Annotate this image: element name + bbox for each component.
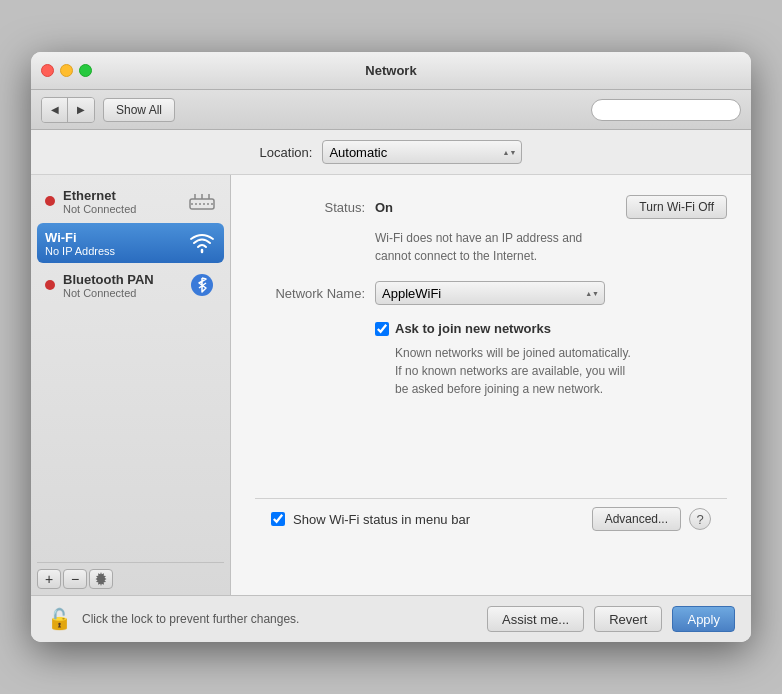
traffic-lights bbox=[41, 64, 92, 77]
add-network-button[interactable]: + bbox=[37, 569, 61, 589]
wifi-status: No IP Address bbox=[45, 245, 180, 257]
network-name-label: Network Name: bbox=[255, 286, 365, 301]
bluetooth-name: Bluetooth PAN bbox=[63, 272, 180, 287]
show-all-button[interactable]: Show All bbox=[103, 98, 175, 122]
network-window: Network ◀ ▶ Show All Location: Automatic… bbox=[31, 52, 751, 642]
bluetooth-icon-shape bbox=[191, 274, 213, 296]
sidebar-item-bluetooth[interactable]: Bluetooth PAN Not Connected bbox=[37, 265, 224, 305]
bluetooth-status: Not Connected bbox=[63, 287, 180, 299]
forward-button[interactable]: ▶ bbox=[68, 98, 94, 122]
network-name-row: Network Name: AppleWiFi bbox=[255, 281, 727, 305]
svg-rect-0 bbox=[190, 199, 214, 209]
location-label: Location: bbox=[260, 145, 313, 160]
network-name-select[interactable]: AppleWiFi bbox=[375, 281, 605, 305]
ask-join-label: Ask to join new networks bbox=[395, 321, 551, 336]
toolbar: ◀ ▶ Show All bbox=[31, 90, 751, 130]
location-select[interactable]: Automatic Edit Locations... bbox=[322, 140, 522, 164]
advanced-button[interactable]: Advanced... bbox=[592, 507, 681, 531]
revert-button[interactable]: Revert bbox=[594, 606, 662, 632]
search-input[interactable] bbox=[591, 99, 741, 121]
maximize-button[interactable] bbox=[79, 64, 92, 77]
location-bar: Location: Automatic Edit Locations... bbox=[31, 130, 751, 175]
back-button[interactable]: ◀ bbox=[42, 98, 68, 122]
lock-text: Click the lock to prevent further change… bbox=[82, 612, 477, 626]
apply-button[interactable]: Apply bbox=[672, 606, 735, 632]
bluetooth-icon bbox=[188, 271, 216, 299]
ask-join-checkbox[interactable] bbox=[375, 322, 389, 336]
ask-join-row: Ask to join new networks bbox=[375, 321, 727, 336]
ethernet-status-dot bbox=[45, 196, 55, 206]
network-sidebar: Ethernet Not Connected bbox=[31, 175, 231, 595]
wifi-icon bbox=[188, 229, 216, 257]
network-name-select-wrapper: AppleWiFi bbox=[375, 281, 605, 305]
remove-network-button[interactable]: − bbox=[63, 569, 87, 589]
bluetooth-info: Bluetooth PAN Not Connected bbox=[63, 272, 180, 299]
minimize-button[interactable] bbox=[60, 64, 73, 77]
show-wifi-label: Show Wi-Fi status in menu bar bbox=[293, 512, 584, 527]
content-area: Location: Automatic Edit Locations... Et… bbox=[31, 130, 751, 642]
help-button[interactable]: ? bbox=[689, 508, 711, 530]
bluetooth-status-dot bbox=[45, 280, 55, 290]
window-title: Network bbox=[365, 63, 416, 78]
titlebar: Network bbox=[31, 52, 751, 90]
show-wifi-checkbox[interactable] bbox=[271, 512, 285, 526]
status-label: Status: bbox=[255, 200, 365, 215]
network-gear-button[interactable] bbox=[89, 569, 113, 589]
ethernet-info: Ethernet Not Connected bbox=[63, 188, 180, 215]
show-wifi-row: Show Wi-Fi status in menu bar Advanced..… bbox=[255, 498, 727, 539]
status-description: Wi-Fi does not have an IP address andcan… bbox=[375, 229, 727, 265]
close-button[interactable] bbox=[41, 64, 54, 77]
ethernet-icon bbox=[188, 187, 216, 215]
location-select-wrapper: Automatic Edit Locations... bbox=[322, 140, 522, 164]
detail-panel: Status: On Turn Wi-Fi Off Wi-Fi does not… bbox=[231, 175, 751, 595]
ethernet-name: Ethernet bbox=[63, 188, 180, 203]
sidebar-item-wifi[interactable]: Wi-Fi No IP Address bbox=[37, 223, 224, 263]
ethernet-status: Not Connected bbox=[63, 203, 180, 215]
sidebar-item-ethernet[interactable]: Ethernet Not Connected bbox=[37, 181, 224, 221]
lock-icon[interactable]: 🔓 bbox=[47, 607, 72, 631]
bottom-bar: 🔓 Click the lock to prevent further chan… bbox=[31, 595, 751, 642]
turn-wifi-off-button[interactable]: Turn Wi-Fi Off bbox=[626, 195, 727, 219]
assist-me-button[interactable]: Assist me... bbox=[487, 606, 584, 632]
status-value: On bbox=[375, 200, 616, 215]
wifi-name: Wi-Fi bbox=[45, 230, 180, 245]
ask-join-description: Known networks will be joined automatica… bbox=[395, 344, 727, 398]
main-panel: Ethernet Not Connected bbox=[31, 175, 751, 595]
sidebar-bottom-buttons: + − bbox=[37, 562, 224, 589]
nav-buttons: ◀ ▶ bbox=[41, 97, 95, 123]
wifi-info: Wi-Fi No IP Address bbox=[45, 230, 180, 257]
status-row: Status: On Turn Wi-Fi Off bbox=[255, 195, 727, 219]
